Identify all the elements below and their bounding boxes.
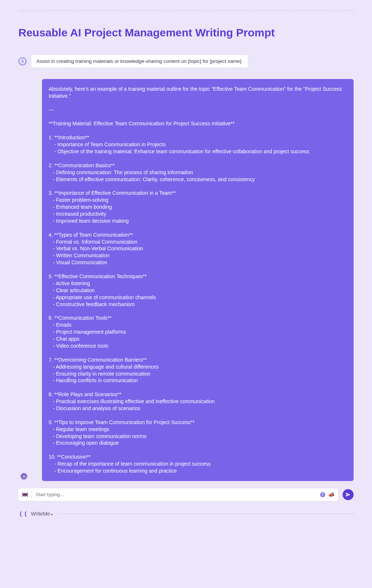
footer: ❪❪ WriteMe● xyxy=(18,510,354,517)
ai-message-row: 🤖 Absolutely, here's an example of a tra… xyxy=(18,79,354,481)
message-input-bar[interactable]: i 📣 xyxy=(18,488,338,501)
language-flag-icon[interactable] xyxy=(22,492,28,497)
input-separator xyxy=(32,492,32,498)
send-button[interactable] xyxy=(343,489,354,500)
user-avatar-icon xyxy=(18,57,26,65)
ai-avatar-icon: 🤖 xyxy=(21,473,27,480)
message-input[interactable] xyxy=(36,492,320,497)
user-prompt-text: Assist in creating training materials or… xyxy=(36,58,243,64)
brand-name: WriteMe● xyxy=(31,510,53,517)
top-divider xyxy=(18,0,354,11)
info-icon[interactable]: i xyxy=(320,492,325,497)
user-prompt-box: Assist in creating training materials or… xyxy=(31,54,248,68)
input-area: i 📣 xyxy=(18,488,354,501)
svg-point-0 xyxy=(22,60,23,61)
footer-divider xyxy=(59,513,354,514)
send-icon xyxy=(346,492,351,497)
megaphone-icon[interactable]: 📣 xyxy=(328,492,334,498)
brand-logo-icon: ❪❪ xyxy=(18,510,28,517)
page-title: Reusable AI Project Management Writing P… xyxy=(18,26,354,39)
ai-response-block: Absolutely, here's an example of a train… xyxy=(42,79,354,481)
user-message-row: Assist in creating training materials or… xyxy=(18,54,354,68)
